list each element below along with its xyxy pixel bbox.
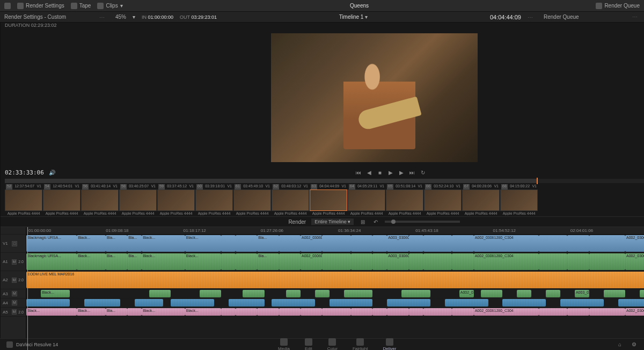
clip[interactable] <box>589 253 625 270</box>
clip[interactable] <box>322 308 351 316</box>
clip[interactable] <box>539 235 568 252</box>
master-timecode[interactable]: 04:04:44:09 <box>490 14 521 20</box>
options-icon[interactable]: ⋯ <box>99 14 107 20</box>
render-range-select[interactable]: Entire Timeline ▾ <box>311 218 354 225</box>
thumbnail[interactable]: 5803:46:25:07V1Apple ProRes 4444 <box>119 184 157 215</box>
zoom-dropdown[interactable]: 45% <box>115 14 126 20</box>
clip[interactable]: A003_03060738... <box>575 290 589 297</box>
clip[interactable]: EODM LIVE MEL MAR2016 <box>26 272 644 288</box>
clip[interactable] <box>567 308 589 316</box>
clip[interactable] <box>236 235 257 252</box>
clip[interactable] <box>330 299 373 307</box>
clip[interactable]: Bla... <box>127 253 142 270</box>
clip[interactable] <box>243 290 264 297</box>
clip[interactable] <box>351 308 372 316</box>
clip[interactable]: A002_03060735... <box>301 235 322 252</box>
clip[interactable] <box>387 308 408 316</box>
viewer-scrubber[interactable] <box>5 179 644 183</box>
thumbnail[interactable]: 6603:52:24:10V1Apple ProRes 4444 <box>424 184 462 215</box>
page-edit[interactable]: Edit <box>305 338 312 351</box>
zoom-slider[interactable] <box>385 221 460 223</box>
clip[interactable]: A002_03061280_C304 <box>625 308 644 316</box>
first-frame-button[interactable]: ⏮ <box>355 169 362 176</box>
clip[interactable]: Bla... <box>257 235 279 252</box>
clip[interactable] <box>286 290 301 297</box>
play-button[interactable]: ▶ <box>387 169 394 176</box>
clip[interactable]: A002_03061280_C304 <box>474 308 539 316</box>
thumbnail[interactable]: 6404:05:29:11V1Apple ProRes 4444 <box>348 184 385 215</box>
clip[interactable] <box>351 253 372 270</box>
page-media[interactable]: Media <box>278 338 290 351</box>
range-icon[interactable]: ⊞ <box>359 218 367 225</box>
clip[interactable] <box>272 299 315 307</box>
clip[interactable] <box>387 299 430 307</box>
clip[interactable] <box>567 235 589 252</box>
clip[interactable] <box>423 253 452 270</box>
page-deliver[interactable]: Deliver <box>383 338 396 351</box>
page-fairlight[interactable]: Fairlight <box>353 338 368 351</box>
clip[interactable]: Black... <box>142 235 185 252</box>
viewer[interactable] <box>271 33 478 162</box>
clip[interactable]: Black... <box>142 253 185 270</box>
clip[interactable] <box>221 253 236 270</box>
clip[interactable] <box>279 235 301 252</box>
thumbnail[interactable]: 5412:40:54:01V1Apple ProRes 4444 <box>43 184 80 215</box>
clip[interactable] <box>452 308 473 316</box>
clip[interactable]: Black... <box>77 253 106 270</box>
clip[interactable] <box>135 299 164 307</box>
next-frame-button[interactable]: ▶ <box>398 169 405 176</box>
clip[interactable]: Black... <box>185 308 221 316</box>
clip[interactable] <box>409 253 423 270</box>
clip[interactable] <box>539 253 568 270</box>
clip[interactable] <box>372 308 387 316</box>
clip[interactable] <box>539 308 568 316</box>
clip[interactable]: Bla... <box>106 235 127 252</box>
track-header-a3[interactable]: A3M <box>1 289 26 298</box>
clip[interactable] <box>221 235 236 252</box>
clip[interactable]: Black... <box>185 235 221 252</box>
clip[interactable] <box>149 290 171 297</box>
tracks-area[interactable]: 01:00:00:0001:09:08:1801:18:17:1201:27:2… <box>26 227 644 350</box>
clip[interactable] <box>236 308 257 316</box>
thumbnail[interactable]: 5603:41:40:14V1Apple ProRes 4444 <box>81 184 119 215</box>
clip[interactable]: Blackmagic URSA... <box>26 235 77 252</box>
prev-frame-button[interactable]: ◀ <box>365 169 373 176</box>
home-icon[interactable]: ⌂ <box>616 341 624 348</box>
current-timecode[interactable]: 02:33:33:06 <box>5 169 44 176</box>
clip[interactable] <box>452 253 473 270</box>
clip[interactable] <box>401 290 430 297</box>
clip[interactable] <box>589 308 625 316</box>
thumbnail[interactable]: 6704:00:28:06V1Apple ProRes 4444 <box>462 184 500 215</box>
thumbnail[interactable]: 5903:37:45:12V1Apple ProRes 4444 <box>157 184 195 215</box>
clip[interactable]: A003_03060738... <box>387 235 408 252</box>
clip[interactable]: A003_03060738... <box>387 253 408 270</box>
tape-tab[interactable]: Tape <box>71 3 91 9</box>
clip[interactable]: Black... <box>142 308 185 316</box>
clip[interactable]: Bla... <box>106 308 127 316</box>
page-color[interactable]: Color <box>327 338 338 351</box>
clip[interactable] <box>26 299 70 307</box>
clip[interactable] <box>200 290 221 297</box>
clip[interactable] <box>517 290 531 297</box>
options-icon[interactable]: ⋯ <box>632 14 640 19</box>
volume-icon[interactable]: 🔊 <box>48 169 56 176</box>
clip[interactable] <box>279 253 301 270</box>
clip[interactable] <box>84 299 120 307</box>
clip[interactable] <box>618 299 644 307</box>
clip[interactable]: Black... <box>77 308 106 316</box>
clip[interactable] <box>221 308 236 316</box>
track-header-a5[interactable]: A5M2.0 <box>1 308 26 317</box>
clip[interactable] <box>567 253 589 270</box>
clip[interactable] <box>546 290 560 297</box>
thumbnail[interactable]: 6804:15:00:22V1Apple ProRes 4444 <box>500 184 538 215</box>
clip[interactable]: Bla... <box>127 235 142 252</box>
track-header-v1[interactable]: V1□ <box>1 235 26 253</box>
clip[interactable] <box>322 253 351 270</box>
settings-icon[interactable]: ⚙ <box>630 341 638 348</box>
clip[interactable] <box>372 253 387 270</box>
clip[interactable] <box>423 235 452 252</box>
clip[interactable]: A002_03060735... <box>459 290 474 297</box>
clip[interactable] <box>351 235 372 252</box>
clip[interactable] <box>127 308 142 316</box>
clip[interactable] <box>452 235 473 252</box>
